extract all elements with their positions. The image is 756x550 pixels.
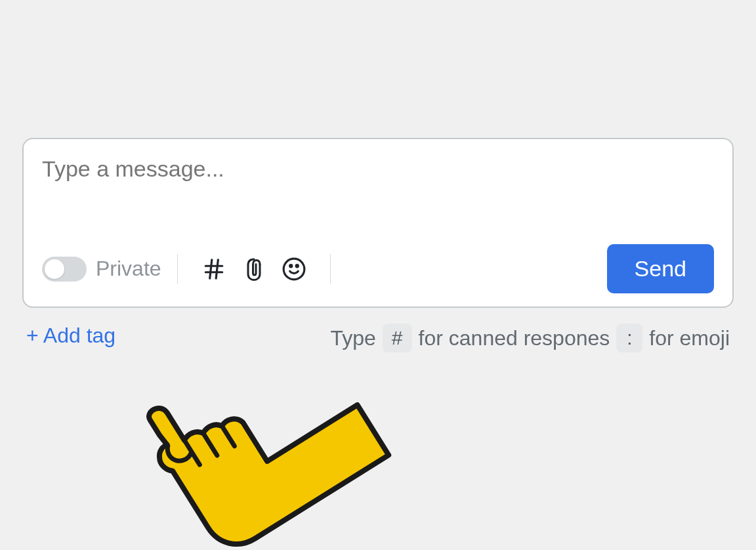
- hint-mid: for canned respones: [419, 326, 610, 350]
- smiley-icon: [282, 257, 306, 282]
- send-button[interactable]: Send: [607, 244, 714, 293]
- pointing-hand-icon: [146, 353, 395, 550]
- canned-response-button[interactable]: [194, 254, 234, 284]
- svg-point-6: [296, 264, 298, 266]
- attachment-button[interactable]: [234, 253, 274, 285]
- hash-icon: [201, 257, 226, 282]
- message-input[interactable]: [42, 156, 714, 235]
- toolbar-divider: [177, 254, 178, 284]
- hint-suffix: for emoji: [649, 326, 730, 350]
- compose-box: Private: [22, 138, 734, 308]
- svg-line-2: [209, 259, 211, 278]
- paperclip-icon: [242, 256, 266, 282]
- add-tag-button[interactable]: + Add tag: [26, 324, 116, 348]
- toolbar-divider-2: [330, 254, 331, 284]
- private-label: Private: [96, 257, 161, 281]
- hint-text: Type # for canned respones : for emoji: [330, 324, 730, 352]
- toggle-knob: [45, 259, 64, 279]
- page-container: Private: [0, 0, 756, 352]
- emoji-button[interactable]: [274, 254, 314, 284]
- svg-line-3: [216, 259, 218, 278]
- svg-point-5: [289, 264, 291, 266]
- below-row: + Add tag Type # for canned respones : f…: [22, 324, 734, 352]
- hint-key-hash: #: [383, 324, 412, 352]
- hint-prefix: Type: [330, 326, 375, 350]
- svg-point-4: [284, 259, 304, 280]
- compose-toolbar: Private: [42, 244, 714, 293]
- hint-key-colon: :: [616, 324, 642, 352]
- private-toggle[interactable]: [42, 257, 87, 282]
